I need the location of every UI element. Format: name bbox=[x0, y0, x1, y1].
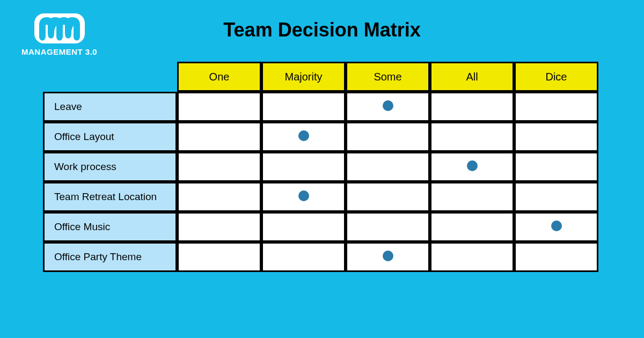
cell bbox=[346, 122, 430, 152]
cell bbox=[177, 92, 261, 122]
cell bbox=[514, 182, 598, 212]
row-header: Work process bbox=[43, 152, 177, 182]
selection-dot-icon bbox=[467, 160, 478, 171]
row-header: Office Party Theme bbox=[43, 242, 177, 272]
col-header-some: Some bbox=[346, 62, 430, 92]
col-header-one: One bbox=[177, 62, 261, 92]
cell bbox=[177, 152, 261, 182]
cell bbox=[430, 152, 514, 182]
cell bbox=[261, 182, 346, 212]
cell bbox=[514, 92, 598, 122]
row-header: Office Music bbox=[43, 212, 177, 242]
row-header: Team Retreat Location bbox=[43, 182, 177, 212]
cell bbox=[514, 212, 598, 242]
row-header: Office Layout bbox=[43, 122, 177, 152]
col-header-majority: Majority bbox=[261, 62, 346, 92]
table-row: Office Layout bbox=[43, 122, 598, 152]
cell bbox=[346, 182, 430, 212]
cell bbox=[430, 92, 514, 122]
cell bbox=[261, 152, 346, 182]
page-title: Team Decision Matrix bbox=[0, 19, 644, 41]
cell bbox=[430, 212, 514, 242]
col-header-dice: Dice bbox=[514, 62, 598, 92]
cell bbox=[346, 92, 430, 122]
cell bbox=[261, 92, 346, 122]
brand-text: MANAGEMENT 3.0 bbox=[21, 47, 97, 56]
cell bbox=[261, 212, 346, 242]
cell bbox=[177, 212, 261, 242]
cell bbox=[430, 242, 514, 272]
selection-dot-icon bbox=[298, 130, 309, 141]
cell bbox=[514, 242, 598, 272]
cell bbox=[177, 242, 261, 272]
cell bbox=[430, 182, 514, 212]
cell bbox=[177, 182, 261, 212]
table-row: Leave bbox=[43, 92, 598, 122]
corner-empty-cell bbox=[43, 62, 177, 92]
cell bbox=[514, 122, 598, 152]
cell bbox=[346, 242, 430, 272]
selection-dot-icon bbox=[383, 251, 393, 261]
cell bbox=[430, 122, 514, 152]
cell bbox=[514, 152, 598, 182]
selection-dot-icon bbox=[551, 221, 562, 231]
table-row: Office Music bbox=[43, 212, 598, 242]
selection-dot-icon bbox=[383, 100, 393, 111]
cell bbox=[346, 212, 430, 242]
cell bbox=[261, 242, 346, 272]
table-row: Team Retreat Location bbox=[43, 182, 598, 212]
decision-matrix-table: One Majority Some All Dice Leave Office … bbox=[43, 62, 598, 272]
row-header: Leave bbox=[43, 92, 177, 122]
cell bbox=[346, 152, 430, 182]
cell bbox=[261, 122, 346, 152]
col-header-all: All bbox=[430, 62, 514, 92]
selection-dot-icon bbox=[298, 190, 309, 201]
table-row: Work process bbox=[43, 152, 598, 182]
cell bbox=[177, 122, 261, 152]
header-row: One Majority Some All Dice bbox=[43, 62, 598, 92]
table-row: Office Party Theme bbox=[43, 242, 598, 272]
